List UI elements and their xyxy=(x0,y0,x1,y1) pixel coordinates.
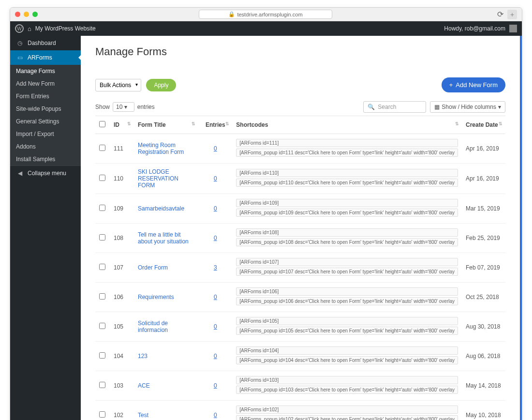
row-checkbox[interactable] xyxy=(99,352,105,359)
submenu-addons[interactable]: Addons xyxy=(10,140,81,153)
home-icon[interactable]: ⌂ xyxy=(28,25,31,32)
entries-link[interactable]: 0 xyxy=(214,323,217,330)
submenu-site-wide-popups[interactable]: Site-wide Popups xyxy=(10,103,81,115)
form-title-link[interactable]: Meeting Room Registration Form xyxy=(138,142,184,155)
row-id: 106 xyxy=(110,283,134,312)
row-checkbox[interactable] xyxy=(99,145,105,151)
user-avatar-icon[interactable] xyxy=(509,25,517,32)
shortcode-popup[interactable]: [ARForms_popup id=105 desc='Click here t… xyxy=(236,327,458,335)
form-title-link[interactable]: 123 xyxy=(138,353,148,360)
entries-link[interactable]: 0 xyxy=(214,145,217,152)
shortcode-popup[interactable]: [ARForms_popup id=103 desc='Click here t… xyxy=(236,386,458,394)
shortcode-basic[interactable]: [ARForms id=105] xyxy=(236,317,458,325)
table-row: 107 Order Form 3 [ARForms id=107] [ARFor… xyxy=(95,253,505,283)
entries-link[interactable]: 0 xyxy=(214,353,217,360)
shortcode-popup[interactable]: [ARForms_popup id=111 desc='Click here t… xyxy=(236,149,458,157)
col-shortcodes[interactable]: Shortcodes xyxy=(232,116,462,134)
submenu-manage-forms[interactable]: Manage Forms xyxy=(10,65,81,77)
table-row: 104 123 0 [ARForms id=104] [ARForms_popu… xyxy=(95,342,505,371)
entries-link[interactable]: 0 xyxy=(214,294,217,300)
row-checkbox[interactable] xyxy=(99,382,105,388)
sidebar-label: ARForms xyxy=(28,54,52,61)
submenu-general-settings[interactable]: General Settings xyxy=(10,115,81,128)
shortcode-popup[interactable]: [ARForms_popup id=110 desc='Click here t… xyxy=(236,179,458,187)
window-maximize-icon[interactable] xyxy=(32,12,38,17)
form-title-link[interactable]: Requirements xyxy=(138,294,174,300)
shortcode-basic[interactable]: [ARForms id=108] xyxy=(236,228,458,237)
entries-link[interactable]: 3 xyxy=(214,264,217,271)
shortcode-popup[interactable]: [ARForms_popup id=109 desc='Click here t… xyxy=(236,209,458,217)
bulk-actions-select[interactable]: Bulk Actions xyxy=(95,79,141,91)
collapse-menu[interactable]: ◀ Collapse menu xyxy=(10,165,81,180)
shortcode-basic[interactable]: [ARForms id=109] xyxy=(236,199,458,207)
shortcode-popup[interactable]: [ARForms_popup id=104 desc='Click here t… xyxy=(236,356,458,364)
shortcode-popup[interactable]: [ARForms_popup id=107 desc='Click here t… xyxy=(236,268,458,276)
submenu-install-samples[interactable]: Install Samples xyxy=(10,153,81,165)
create-date: Apr 16, 2019 xyxy=(462,164,505,194)
row-checkbox[interactable] xyxy=(99,205,105,211)
add-new-label: Add New Form xyxy=(456,81,498,89)
row-checkbox[interactable] xyxy=(99,234,105,240)
wordpress-logo-icon[interactable]: W xyxy=(15,24,24,33)
entries-link[interactable]: 0 xyxy=(214,235,217,241)
row-id: 104 xyxy=(110,342,134,371)
select-all-checkbox[interactable] xyxy=(99,121,105,127)
row-id: 103 xyxy=(110,371,134,401)
browser-toolbar: 🔒 testdrive.arformsplugin.com ⟳ + xyxy=(10,8,522,21)
sidebar-item-arforms[interactable]: ▭ ARForms xyxy=(10,50,81,65)
row-checkbox[interactable] xyxy=(99,411,105,418)
refresh-icon[interactable]: ⟳ xyxy=(497,10,503,19)
shortcode-basic[interactable]: [ARForms id=104] xyxy=(236,346,458,355)
col-entries[interactable]: Entries xyxy=(198,116,232,134)
window-minimize-icon[interactable] xyxy=(24,12,29,17)
shortcode-basic[interactable]: [ARForms id=103] xyxy=(236,376,458,384)
entries-link[interactable]: 0 xyxy=(214,175,217,182)
form-title-link[interactable]: ACE xyxy=(138,382,150,389)
sidebar-item-dashboard[interactable]: ◷ Dashboard xyxy=(10,36,81,50)
table-row: 106 Requirements 0 [ARForms id=106] [ARF… xyxy=(95,283,505,312)
row-checkbox[interactable] xyxy=(99,293,105,300)
row-checkbox[interactable] xyxy=(99,175,105,181)
create-date: Aug 06, 2018 xyxy=(462,342,505,371)
entries-link[interactable]: 0 xyxy=(214,382,217,389)
entries-link[interactable]: 0 xyxy=(214,205,217,212)
submenu-add-new-form[interactable]: Add New Form xyxy=(10,77,81,90)
url-bar[interactable]: 🔒 testdrive.arformsplugin.com xyxy=(199,10,332,19)
col-create-date[interactable]: Create Date xyxy=(462,116,505,134)
form-title-link[interactable]: Solicitud de informacion xyxy=(138,320,168,333)
new-tab-button[interactable]: + xyxy=(507,10,517,19)
create-date: Apr 16, 2019 xyxy=(462,134,505,164)
search-input[interactable]: 🔍 Search xyxy=(363,101,426,113)
sidebar-label: Collapse menu xyxy=(28,170,66,177)
row-checkbox[interactable] xyxy=(99,323,105,329)
apply-button[interactable]: Apply xyxy=(146,79,176,91)
submenu-import-export[interactable]: Import / Export xyxy=(10,128,81,140)
shortcode-basic[interactable]: [ARForms id=102] xyxy=(236,405,458,414)
col-form-title[interactable]: Form Title xyxy=(134,116,198,134)
show-label: Show xyxy=(95,104,110,110)
arforms-submenu: Manage Forms Add New Form Form Entries S… xyxy=(10,65,81,165)
shortcode-popup[interactable]: [ARForms_popup id=106 desc='Click here t… xyxy=(236,297,458,305)
shortcode-basic[interactable]: [ARForms id=107] xyxy=(236,258,458,266)
main-content: Manage Forms Bulk Actions Apply + Add Ne… xyxy=(81,36,522,420)
add-new-form-button[interactable]: + Add New Form xyxy=(442,77,505,92)
site-name[interactable]: My WordPress Website xyxy=(35,25,96,32)
form-title-link[interactable]: Test xyxy=(138,412,148,419)
col-id[interactable]: ID xyxy=(110,116,134,134)
user-greeting[interactable]: Howdy, rob@gmail.com xyxy=(444,25,505,32)
show-hide-columns-button[interactable]: ▦ Show / Hide columns ▾ xyxy=(430,101,505,113)
shortcode-basic[interactable]: [ARForms id=110] xyxy=(236,169,458,177)
form-title-link[interactable]: SKI LODGE RESERVATION FORM xyxy=(138,168,178,189)
entries-link[interactable]: 0 xyxy=(214,412,217,419)
row-checkbox[interactable] xyxy=(99,264,105,270)
shortcode-popup[interactable]: [ARForms_popup id=102 desc='Click here t… xyxy=(236,415,458,420)
form-title-link[interactable]: Order Form xyxy=(138,264,168,271)
per-page-select[interactable]: 10 ▾ xyxy=(113,102,134,112)
shortcode-popup[interactable]: [ARForms_popup id=108 desc='Click here t… xyxy=(236,238,458,246)
form-title-link[interactable]: Tell me a little bit about your situatio… xyxy=(138,231,189,245)
shortcode-basic[interactable]: [ARForms id=106] xyxy=(236,287,458,296)
window-close-icon[interactable] xyxy=(15,12,20,17)
submenu-form-entries[interactable]: Form Entries xyxy=(10,90,81,103)
form-title-link[interactable]: Samarbeidsavtale xyxy=(138,205,184,212)
shortcode-basic[interactable]: [ARForms id=111] xyxy=(236,139,458,147)
